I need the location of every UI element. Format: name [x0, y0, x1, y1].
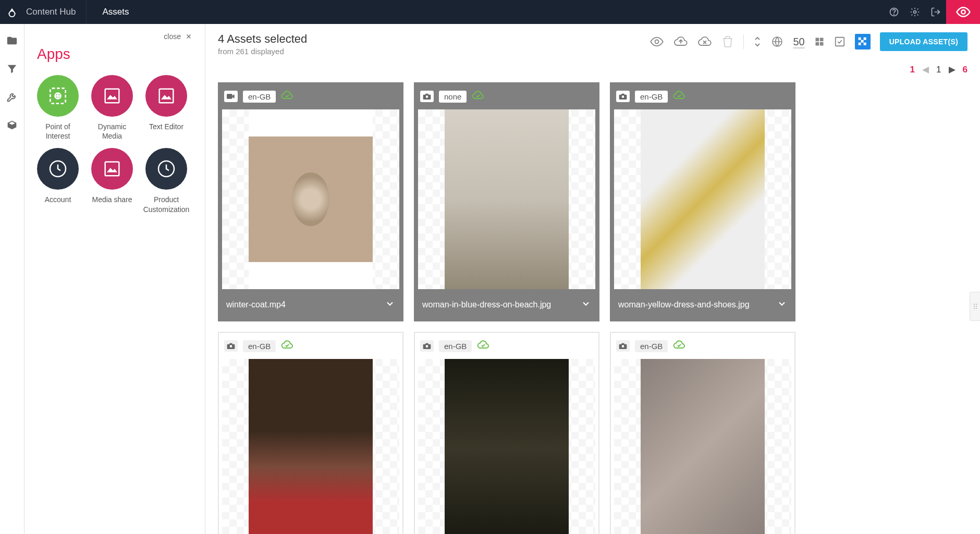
brand-name[interactable]: Content Hub	[24, 7, 86, 17]
app-item-5[interactable]: Product Customization	[145, 148, 187, 214]
photo-type-icon	[616, 91, 630, 102]
card-header: en-GB	[611, 333, 794, 359]
page-prev-icon[interactable]: ◀	[922, 64, 929, 75]
package-icon[interactable]	[6, 119, 18, 131]
svg-point-2	[894, 14, 895, 15]
folder-icon[interactable]	[6, 34, 18, 47]
right-panel-handle[interactable]	[970, 292, 980, 321]
chevron-down-icon[interactable]	[385, 299, 395, 311]
locale-badge: en-GB	[635, 340, 668, 352]
filter-icon[interactable]	[6, 63, 18, 75]
page-next-icon[interactable]: ▶	[949, 64, 956, 75]
apps-close-button[interactable]: close	[37, 32, 192, 41]
asset-card[interactable]: en-GBwinter-coat.mp4	[218, 82, 403, 321]
app-icon	[91, 75, 133, 117]
svg-rect-22	[858, 43, 861, 45]
asset-thumbnail[interactable]	[614, 359, 791, 534]
svg-rect-15	[820, 38, 824, 42]
close-label: close	[164, 32, 181, 41]
page-size[interactable]: 50	[793, 36, 804, 48]
photo-type-icon	[224, 340, 238, 352]
page-total[interactable]: 6	[963, 65, 967, 75]
toolbar-separator	[743, 34, 744, 49]
cloud-upload-icon[interactable]	[673, 34, 688, 49]
app-icon	[37, 148, 79, 190]
card-footer: woman-in-blue-dress-on-beach.jpg	[415, 289, 598, 320]
asset-card[interactable]: en-GBwoman-yellow-dress-and-shoes.jpg	[610, 82, 795, 321]
brand-logo[interactable]	[0, 0, 24, 24]
photo-type-icon	[420, 91, 434, 102]
svg-rect-17	[820, 42, 824, 46]
app-icon	[145, 75, 187, 117]
photo-type-icon	[420, 340, 434, 352]
svg-point-0	[9, 11, 15, 17]
asset-thumbnail[interactable]	[614, 109, 791, 289]
app-label: Media share	[92, 195, 132, 204]
svg-rect-20	[863, 38, 866, 40]
app-label: Text Editor	[149, 122, 183, 131]
locale-badge: en-GB	[243, 91, 276, 103]
gear-icon[interactable]	[904, 0, 925, 24]
asset-card[interactable]: en-GB	[610, 332, 795, 534]
svg-point-33	[976, 306, 977, 307]
cloud-synced-icon	[477, 340, 489, 352]
cloud-synced-icon	[472, 90, 484, 103]
trash-icon[interactable]	[721, 35, 734, 48]
help-icon[interactable]	[884, 0, 904, 24]
asset-thumbnail[interactable]	[222, 359, 399, 534]
preview-icon[interactable]	[650, 34, 664, 49]
asset-card[interactable]: en-GB	[218, 332, 403, 534]
asset-card[interactable]: en-GB	[414, 332, 599, 534]
svg-rect-16	[815, 42, 819, 46]
cloud-synced-icon	[673, 340, 685, 352]
svg-point-34	[974, 308, 975, 309]
card-header: none	[415, 83, 598, 109]
tools-icon[interactable]	[6, 91, 18, 103]
app-item-2[interactable]: Text Editor	[145, 75, 187, 141]
asset-thumbnail[interactable]	[418, 359, 595, 534]
logout-icon[interactable]	[925, 0, 946, 24]
app-icon	[91, 148, 133, 190]
grid-view-icon[interactable]	[814, 36, 825, 47]
svg-point-31	[976, 304, 977, 305]
svg-rect-21	[861, 40, 863, 43]
apps-title: Apps	[37, 46, 192, 63]
apps-panel: close Apps Point of InterestDynamic Medi…	[24, 24, 205, 534]
card-header: en-GB	[611, 83, 794, 109]
checkerboard-toggle[interactable]	[855, 34, 871, 49]
app-item-3[interactable]: Account	[37, 148, 79, 214]
asset-grid: en-GBwinter-coat.mp4nonewoman-in-blue-dr…	[205, 82, 980, 534]
svg-point-27	[230, 345, 232, 347]
upload-assets-button[interactable]: UPLOAD ASSET(S)	[880, 32, 967, 51]
chevron-down-icon[interactable]	[777, 299, 787, 311]
app-icon	[37, 75, 79, 117]
asset-thumbnail[interactable]	[222, 109, 399, 289]
app-item-1[interactable]: Dynamic Media	[91, 75, 133, 141]
page-number: 1	[936, 65, 941, 75]
svg-point-12	[655, 40, 659, 44]
svg-rect-23	[863, 43, 866, 45]
preview-toggle[interactable]	[946, 0, 980, 24]
page-first[interactable]: 1	[910, 65, 915, 75]
app-label: Product Customization	[143, 195, 190, 214]
svg-rect-24	[227, 94, 232, 98]
asset-card[interactable]: nonewoman-in-blue-dress-on-beach.jpg	[414, 82, 599, 321]
globe-icon[interactable]	[771, 35, 783, 48]
app-label: Dynamic Media	[91, 122, 133, 141]
select-mode-icon[interactable]	[834, 36, 846, 47]
section-title[interactable]: Assets	[87, 7, 144, 17]
cloud-delete-icon[interactable]	[697, 34, 712, 49]
asset-thumbnail[interactable]	[418, 109, 595, 289]
svg-rect-8	[160, 89, 174, 103]
svg-point-29	[622, 345, 624, 347]
app-item-0[interactable]: Point of Interest	[37, 75, 79, 141]
svg-point-4	[961, 10, 965, 14]
app-item-4[interactable]: Media share	[91, 148, 133, 214]
toolbar: 4 Assets selected from 261 displayed 50 …	[205, 24, 980, 61]
asset-filename: woman-in-blue-dress-on-beach.jpg	[422, 300, 551, 309]
svg-rect-18	[835, 38, 844, 46]
svg-point-30	[974, 304, 975, 305]
sort-updown-icon[interactable]	[753, 35, 762, 48]
chevron-down-icon[interactable]	[581, 299, 591, 311]
app-label: Point of Interest	[37, 122, 79, 141]
